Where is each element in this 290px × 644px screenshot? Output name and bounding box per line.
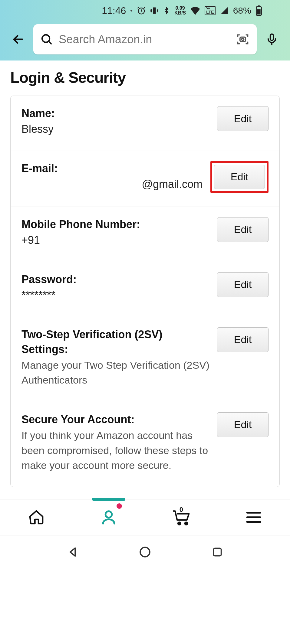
row-phone: Mobile Phone Number: +91 Edit: [11, 207, 279, 262]
signal-icon: [220, 6, 229, 15]
system-home-button[interactable]: [136, 543, 154, 561]
battery-percent: 68%: [233, 5, 251, 16]
edit-secure-button[interactable]: Edit: [217, 412, 269, 437]
svg-rect-1: [153, 8, 156, 14]
wifi-icon: [190, 6, 200, 15]
system-nav-bar: [0, 535, 290, 569]
secure-description: If you think your Amazon account has bee…: [21, 428, 211, 473]
row-secure-account: Secure Your Account: If you think your A…: [11, 402, 279, 487]
svg-point-12: [140, 547, 150, 557]
nav-menu[interactable]: [242, 505, 266, 529]
search-icon: [41, 33, 53, 45]
system-recents-button[interactable]: [208, 543, 226, 561]
voice-search-button[interactable]: [263, 30, 281, 48]
notification-dot-icon: [117, 503, 122, 509]
back-button[interactable]: [9, 30, 27, 48]
edit-password-button[interactable]: Edit: [217, 272, 269, 297]
twosv-description: Manage your Two Step Verification (2SV) …: [21, 358, 211, 388]
edit-twosv-button[interactable]: Edit: [217, 327, 269, 352]
svg-point-7: [242, 38, 244, 40]
page-title: Login & Security: [10, 69, 280, 87]
phone-value: +91: [21, 233, 211, 248]
highlight-box: Edit: [210, 161, 269, 193]
battery-icon: [255, 5, 262, 16]
svg-point-9: [106, 511, 112, 518]
password-value: ********: [21, 288, 211, 303]
email-value: @gmail.com: [21, 177, 204, 192]
name-value: Blessy: [21, 122, 211, 137]
status-time: 11:46: [102, 5, 126, 16]
edit-name-button[interactable]: Edit: [217, 106, 269, 131]
nav-home[interactable]: [24, 505, 48, 529]
network-speed: 0.09KB/S: [174, 6, 186, 15]
bluetooth-icon: [163, 6, 170, 15]
status-bar: 11:46 • 0.09KB/S VoLTE 68%: [0, 0, 290, 21]
twosv-label: Two-Step Verification (2SV) Settings:: [21, 327, 211, 357]
camera-scan-icon[interactable]: [236, 33, 249, 46]
email-label: E-mail:: [21, 161, 204, 176]
search-input[interactable]: [59, 33, 230, 46]
phone-label: Mobile Phone Number:: [21, 217, 211, 232]
app-bottom-nav: 0: [0, 499, 290, 535]
svg-point-11: [185, 522, 187, 525]
edit-phone-button[interactable]: Edit: [217, 217, 269, 242]
alarm-icon: [137, 6, 146, 15]
row-name: Name: Blessy Edit: [11, 96, 279, 151]
svg-rect-4: [257, 9, 260, 15]
cart-count: 0: [180, 506, 183, 514]
row-password: Password: ******** Edit: [11, 262, 279, 317]
volte-badge: VoLTE: [205, 6, 215, 15]
svg-rect-13: [214, 548, 221, 556]
edit-email-button[interactable]: Edit: [214, 165, 265, 189]
name-label: Name:: [21, 106, 211, 121]
search-box[interactable]: [33, 24, 257, 54]
active-tab-indicator: [92, 498, 125, 501]
svg-rect-8: [270, 34, 274, 41]
password-label: Password:: [21, 272, 211, 287]
app-header: 11:46 • 0.09KB/S VoLTE 68%: [0, 0, 290, 60]
nav-account[interactable]: [97, 505, 121, 529]
security-settings-card: Name: Blessy Edit E-mail: @gmail.com Edi…: [10, 96, 280, 487]
row-email: E-mail: @gmail.com Edit: [11, 151, 279, 207]
svg-point-10: [178, 522, 180, 525]
row-two-step-verification: Two-Step Verification (2SV) Settings: Ma…: [11, 317, 279, 402]
nav-cart[interactable]: 0: [169, 505, 193, 529]
system-back-button[interactable]: [64, 543, 82, 561]
secure-label: Secure Your Account:: [21, 412, 211, 427]
vibrate-icon: [150, 6, 159, 15]
status-separator-dot: •: [130, 7, 133, 15]
svg-rect-3: [258, 5, 260, 7]
